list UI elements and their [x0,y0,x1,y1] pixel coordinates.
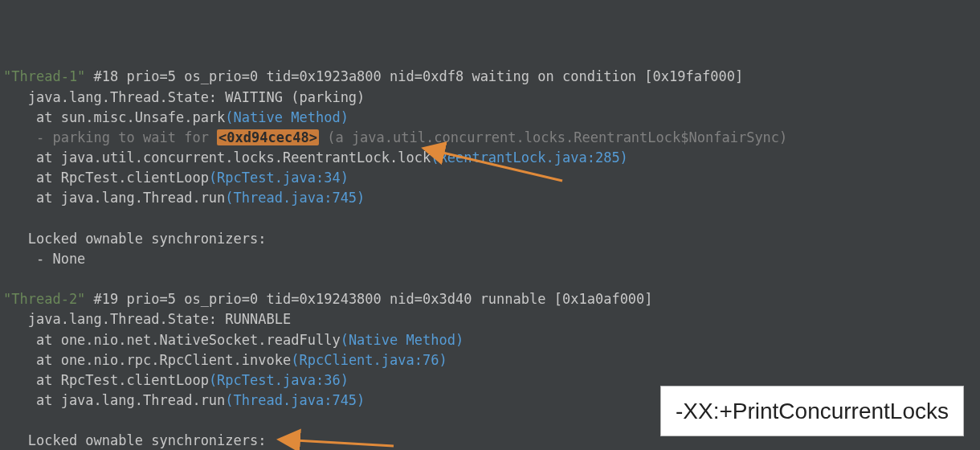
thread2-frame3-link[interactable]: (Thread.java:745) [225,392,365,408]
thread2-frame2-link[interactable]: (RpcTest.java:36) [209,372,349,388]
thread2-header-rest: #19 prio=5 os_prio=0 tid=0x19243800 nid=… [85,291,652,307]
thread2-frame0-link[interactable]: (Native Method) [341,332,464,348]
thread2-ownable-header: Locked ownable synchronizers: [3,432,267,448]
thread1-ownable-none: - None [3,251,85,267]
thread2-state-line: java.lang.Thread.State: RUNNABLE [3,311,291,327]
thread1-frame1-pre: at java.util.concurrent.locks.ReentrantL… [3,149,431,166]
thread1-name: "Thread-1" [3,68,85,84]
thread1-header-rest: #18 prio=5 os_prio=0 tid=0x1923a800 nid=… [85,68,743,84]
thread1-frame0-pre: at sun.misc.Unsafe.park [3,109,225,125]
thread1-frame0-link[interactable]: (Native Method) [225,109,349,125]
thread1-parking-pre: - parking to wait for [3,129,217,145]
thread2-frame2-pre: at RpcTest.clientLoop [3,372,209,388]
thread1-state-line: java.lang.Thread.State: WAITING (parking… [3,89,365,105]
thread1-ownable-header: Locked ownable synchronizers: [3,231,267,247]
thread2-frame1-pre: at one.nio.rpc.RpcClient.invoke [3,352,291,368]
jvm-flag-callout: -XX:+PrintConcurrentLocks [660,386,964,436]
thread2-frame0-pre: at one.nio.net.NativeSocket.readFully [3,332,341,348]
thread1-frame2-link[interactable]: (RpcTest.java:34) [209,170,349,186]
thread1-parking-post: (a java.util.concurrent.locks.ReentrantL… [319,129,787,145]
thread2-frame1-link[interactable]: (RpcClient.java:76) [291,352,447,368]
thread1-frame3-pre: at java.lang.Thread.run [3,190,225,206]
thread1-frame1-link[interactable]: (ReentrantLock.java:285) [431,149,628,166]
thread2-name: "Thread-2" [3,291,85,307]
thread1-frame3-link[interactable]: (Thread.java:745) [225,190,365,206]
thread2-frame3-pre: at java.lang.Thread.run [3,392,225,408]
thread1-parking-lockref: <0xd94cec48> [217,129,319,145]
thread1-frame2-pre: at RpcTest.clientLoop [3,170,209,186]
